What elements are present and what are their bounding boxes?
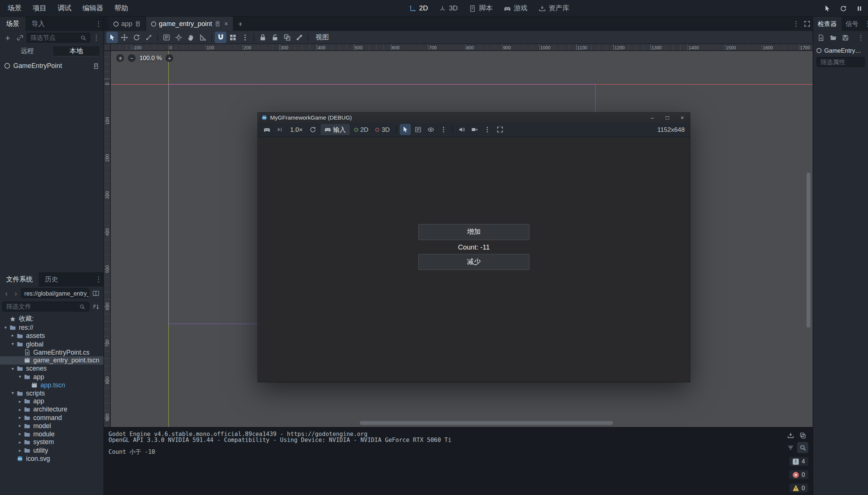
scrollbar-thumb[interactable] [807, 173, 810, 328]
tree-chevron-icon[interactable]: ▸ [9, 333, 16, 338]
group-button[interactable] [281, 32, 293, 43]
tab-history[interactable]: 历史 [39, 272, 64, 287]
filesystem-dock-menu[interactable]: ⋮ [94, 272, 104, 287]
pointer-button[interactable] [822, 3, 833, 14]
move-tool[interactable] [119, 32, 130, 43]
inspector-dock-menu[interactable]: ⋮ [863, 17, 868, 31]
tree-chevron-icon[interactable]: ▾ [9, 391, 16, 395]
nav-forward-button[interactable]: › [12, 289, 20, 297]
tree-chevron-icon[interactable]: ▸ [17, 440, 23, 444]
fs-item-architecture[interactable]: ▸architecture [0, 406, 104, 414]
maximize-button[interactable]: □ [660, 113, 675, 122]
select-tool[interactable] [106, 32, 118, 43]
search-output-button[interactable] [797, 442, 808, 453]
pan-tool[interactable] [185, 32, 197, 43]
tree-chevron-icon[interactable]: ▸ [17, 415, 23, 420]
scene-tree-menu[interactable]: ⋮ [91, 34, 101, 42]
snap-options-menu[interactable] [239, 32, 251, 43]
fs-item-res-[interactable]: ▾res:// [0, 323, 104, 332]
lock-button[interactable] [257, 32, 268, 43]
game-list-select-button[interactable] [412, 124, 424, 135]
increase-button[interactable]: 增加 [418, 224, 529, 240]
tab-inspector[interactable]: 检查器 [813, 17, 841, 31]
input-mode-button[interactable]: 输入 [320, 124, 350, 135]
copy-output-button[interactable] [797, 430, 808, 441]
rotate-tool[interactable] [131, 32, 142, 43]
tree-chevron-icon[interactable]: ▾ [17, 374, 23, 379]
fs-item-command[interactable]: ▸command [0, 414, 104, 422]
fs-item-app[interactable]: ▾app [0, 372, 104, 381]
visibility-button[interactable] [425, 124, 436, 135]
tab-import[interactable]: 导入 [26, 17, 51, 31]
warning-count-badge[interactable]: !0 [790, 483, 808, 492]
workspace-script[interactable]: 脚本 [464, 1, 498, 15]
inspector-menu[interactable]: ⋮ [856, 34, 866, 42]
zoom-in-button[interactable]: + [166, 54, 174, 62]
selection-options-menu[interactable] [438, 124, 449, 135]
scene-tabs-menu[interactable]: ⋮ [790, 17, 801, 31]
audio-toggle-button[interactable] [456, 124, 467, 135]
fs-item-app.tscn[interactable]: app.tscn [0, 381, 104, 389]
add-node-button[interactable]: + [2, 32, 13, 43]
scene-node-root[interactable]: GameEntryPoint [0, 61, 104, 71]
error-count-badge[interactable]: ×0 [790, 470, 808, 479]
inspected-object[interactable]: GameEntryPoint [813, 44, 868, 55]
load-resource-button[interactable] [827, 32, 839, 43]
unlock-button[interactable] [269, 32, 281, 43]
menu-help[interactable]: 帮助 [109, 0, 134, 16]
remote-button[interactable]: 远程 [3, 45, 51, 56]
tree-chevron-icon[interactable]: ▾ [2, 325, 9, 330]
grid-snap-toggle[interactable] [227, 32, 239, 43]
open-script-button[interactable] [93, 63, 99, 69]
tree-chevron-icon[interactable]: ▾ [9, 342, 16, 346]
workspace-assetlib[interactable]: 资产库 [534, 1, 574, 15]
fs-item-scenes[interactable]: ▾scenes [0, 364, 104, 372]
menu-editor[interactable]: 编辑器 [77, 0, 109, 16]
tree-chevron-icon[interactable]: ▸ [17, 423, 23, 428]
pivot-tool[interactable] [173, 32, 184, 43]
filter-messages-button[interactable] [785, 442, 796, 453]
new-scene-tab-button[interactable]: + [234, 17, 247, 31]
decrease-button[interactable]: 减少 [418, 254, 529, 270]
split-view-button[interactable] [90, 288, 101, 299]
embed-options-button[interactable] [495, 124, 506, 135]
path-input[interactable]: res://global/game_entry_p [21, 288, 89, 298]
fs-item-utility[interactable]: ▸utility [0, 446, 104, 455]
minimize-button[interactable]: – [645, 113, 660, 122]
menu-scene[interactable]: 场景 [2, 0, 27, 16]
zoom-out-button[interactable]: − [128, 54, 136, 62]
scrollbar-thumb[interactable] [360, 421, 613, 425]
game-window-titlebar[interactable]: MyGFrameworkGame (DEBUG) – □ × [258, 113, 690, 122]
fs-item-system[interactable]: ▸system [0, 438, 104, 446]
filter-files-input[interactable]: 筛选文件 [2, 302, 89, 312]
new-resource-button[interactable] [815, 32, 826, 43]
close-tab-button[interactable]: × [224, 20, 228, 28]
save-resource-button[interactable] [840, 32, 851, 43]
fs-item-app[interactable]: ▸app [0, 397, 104, 406]
fs-item-icon.svg[interactable]: icon.svg [0, 455, 104, 463]
tree-chevron-icon[interactable]: ▾ [9, 366, 16, 371]
distraction-free-button[interactable] [801, 17, 813, 31]
menu-project[interactable]: 项目 [27, 0, 52, 16]
fs-item-global[interactable]: ▾global [0, 340, 104, 348]
canvas-2d[interactable]: − 100.0 % + MyGFrameworkGame (DEBUG) – □… [111, 51, 813, 427]
fs-item-scripts[interactable]: ▾scripts [0, 389, 104, 397]
skeleton-options-menu[interactable] [294, 32, 305, 43]
sort-files-button[interactable] [90, 301, 101, 312]
vertical-scrollbar[interactable] [807, 52, 810, 420]
tree-chevron-icon[interactable]: ▸ [17, 407, 23, 412]
workspace-game[interactable]: 游戏 [499, 1, 532, 15]
close-button[interactable]: × [675, 113, 690, 122]
tab-node[interactable]: 信号 [841, 17, 863, 31]
fs-item-module[interactable]: ▸module [0, 430, 104, 438]
view-menu[interactable]: 视图 [311, 33, 333, 42]
fs-item-gameentrypoint.cs[interactable]: GameEntryPoint.cs [0, 348, 104, 356]
save-log-button[interactable] [785, 430, 796, 441]
camera-override-button[interactable] [469, 124, 480, 135]
center-view-button[interactable] [116, 54, 124, 62]
fs-item-model[interactable]: ▸model [0, 422, 104, 430]
menu-debug[interactable]: 调试 [52, 0, 77, 16]
nav-back-button[interactable]: ‹ [2, 289, 10, 297]
scale-tool[interactable] [143, 32, 154, 43]
workspace-3d[interactable]: 3D [434, 1, 463, 15]
